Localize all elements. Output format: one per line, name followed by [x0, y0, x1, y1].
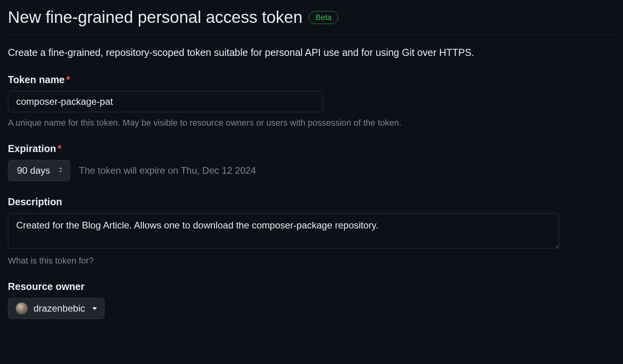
token-name-group: Token name* A unique name for this token…: [8, 74, 615, 128]
avatar-icon: [15, 302, 28, 315]
resource-owner-select[interactable]: drazenbebic: [8, 298, 104, 319]
expiration-group: Expiration* 90 days The token will expir…: [8, 143, 615, 181]
resource-owner-group: Resource owner drazenbebic: [8, 281, 615, 319]
expiration-selected-value: 90 days: [17, 165, 50, 176]
token-name-input[interactable]: [8, 91, 323, 112]
page-header: New fine-grained personal access token B…: [8, 8, 615, 35]
description-label: Description: [8, 196, 615, 208]
expiration-label: Expiration*: [8, 143, 615, 154]
required-asterisk-icon: *: [66, 74, 70, 85]
expiration-select-wrapper: 90 days: [8, 160, 70, 181]
page-title: New fine-grained personal access token: [8, 8, 302, 27]
expiration-info-text: The token will expire on Thu, Dec 12 202…: [79, 165, 256, 176]
token-name-label-text: Token name: [8, 74, 65, 85]
description-textarea[interactable]: [8, 213, 559, 249]
expiration-row: 90 days The token will expire on Thu, De…: [8, 160, 615, 181]
expiration-label-text: Expiration: [8, 143, 56, 154]
description-group: Description What is this token for?: [8, 196, 615, 266]
resource-owner-label: Resource owner: [8, 281, 615, 292]
description-help: What is this token for?: [8, 256, 615, 266]
token-name-help: A unique name for this token. May be vis…: [8, 118, 615, 128]
resource-owner-selected-value: drazenbebic: [34, 303, 85, 314]
expiration-select[interactable]: 90 days: [8, 160, 70, 181]
token-name-label: Token name*: [8, 74, 615, 85]
beta-badge: Beta: [309, 11, 338, 24]
caret-down-icon: [92, 307, 97, 310]
intro-description: Create a fine-grained, repository-scoped…: [8, 47, 615, 58]
required-asterisk-icon: *: [58, 143, 62, 154]
